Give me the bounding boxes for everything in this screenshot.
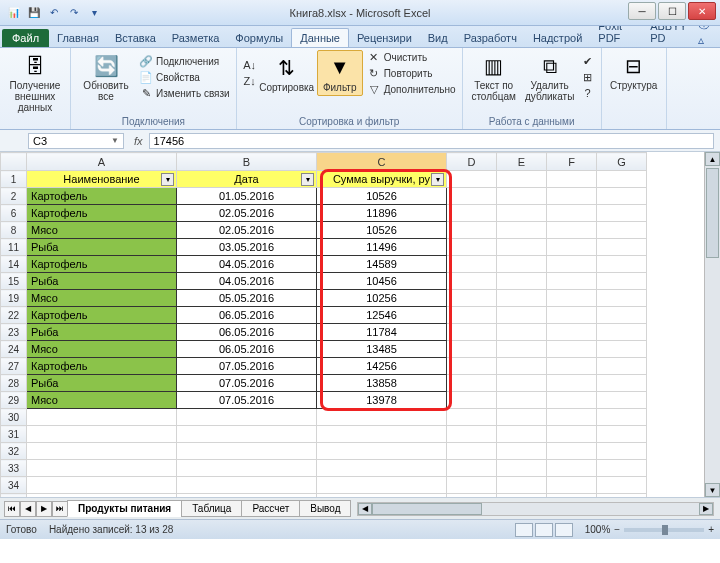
row-header-2[interactable]: 2	[1, 188, 27, 205]
cell-revenue[interactable]: 13858	[317, 375, 447, 392]
cell-revenue[interactable]: 10526	[317, 222, 447, 239]
filter-button[interactable]: ▼ Фильтр	[317, 50, 363, 96]
consolidate-button[interactable]: ⊞	[581, 70, 595, 84]
row-header-29[interactable]: 29	[1, 392, 27, 409]
connections-button[interactable]: 🔗Подключения	[139, 54, 230, 68]
sheet-nav-prev[interactable]: ◀	[20, 501, 36, 517]
row-header-34[interactable]: 34	[1, 477, 27, 494]
save-icon[interactable]: 💾	[26, 5, 42, 21]
cell-date[interactable]: 06.05.2016	[177, 324, 317, 341]
row-header-8[interactable]: 8	[1, 222, 27, 239]
cell-name[interactable]: Мясо	[27, 392, 177, 409]
row-header-1[interactable]: 1	[1, 171, 27, 188]
sort-za-button[interactable]: Z↓	[243, 74, 257, 88]
formula-input[interactable]: 17456	[149, 133, 714, 149]
cell-date[interactable]: 06.05.2016	[177, 341, 317, 358]
sheet-nav-next[interactable]: ▶	[36, 501, 52, 517]
scroll-left-icon[interactable]: ◀	[358, 503, 372, 515]
sheet-tab[interactable]: Вывод	[299, 500, 351, 517]
scroll-right-icon[interactable]: ▶	[699, 503, 713, 515]
advanced-filter-button[interactable]: ▽Дополнительно	[367, 82, 456, 96]
fx-icon[interactable]: fx	[128, 135, 149, 147]
cell-date[interactable]: 05.05.2016	[177, 290, 317, 307]
row-header-32[interactable]: 32	[1, 443, 27, 460]
scroll-down-icon[interactable]: ▼	[705, 483, 720, 497]
redo-icon[interactable]: ↷	[66, 5, 82, 21]
zoom-out-button[interactable]: −	[614, 524, 620, 535]
edit-links-button[interactable]: ✎Изменить связи	[139, 86, 230, 100]
sheet-nav-last[interactable]: ⏭	[52, 501, 68, 517]
cell-name[interactable]: Рыба	[27, 324, 177, 341]
header-revenue[interactable]: Сумма выручки, ру▾	[317, 171, 447, 188]
cell-date[interactable]: 02.05.2016	[177, 205, 317, 222]
worksheet-grid[interactable]: ABCDEFG1 Наименование▾ Дата▾ Сумма выруч…	[0, 152, 720, 497]
col-header-C[interactable]: C	[317, 153, 447, 171]
cell-date[interactable]: 06.05.2016	[177, 307, 317, 324]
tab-вид[interactable]: Вид	[420, 29, 456, 47]
zoom-level[interactable]: 100%	[585, 524, 611, 535]
cell-name[interactable]: Картофель	[27, 307, 177, 324]
clear-filter-button[interactable]: ✕Очистить	[367, 50, 456, 64]
sort-button[interactable]: ⇅ Сортировка	[261, 50, 313, 96]
hscroll-thumb[interactable]	[372, 503, 482, 515]
chevron-down-icon[interactable]: ▼	[111, 136, 119, 145]
filter-dropdown-icon[interactable]: ▾	[431, 173, 444, 186]
col-header-E[interactable]: E	[497, 153, 547, 171]
row-header-6[interactable]: 6	[1, 205, 27, 222]
cell-name[interactable]: Мясо	[27, 222, 177, 239]
filter-dropdown-icon[interactable]: ▾	[161, 173, 174, 186]
undo-icon[interactable]: ↶	[46, 5, 62, 21]
cell-date[interactable]: 07.05.2016	[177, 375, 317, 392]
cell-date[interactable]: 07.05.2016	[177, 392, 317, 409]
cell-revenue[interactable]: 10526	[317, 188, 447, 205]
sort-az-button[interactable]: A↓	[243, 58, 257, 72]
maximize-button[interactable]: ☐	[658, 2, 686, 20]
row-header-31[interactable]: 31	[1, 426, 27, 443]
tab-формулы[interactable]: Формулы	[227, 29, 291, 47]
tab-надстрой[interactable]: Надстрой	[525, 29, 590, 47]
validation-button[interactable]: ✔	[581, 54, 595, 68]
scroll-thumb[interactable]	[706, 168, 719, 258]
cell-name[interactable]: Картофель	[27, 358, 177, 375]
sheet-nav-first[interactable]: ⏮	[4, 501, 20, 517]
row-header-22[interactable]: 22	[1, 307, 27, 324]
close-button[interactable]: ✕	[688, 2, 716, 20]
tab-разработч[interactable]: Разработч	[456, 29, 525, 47]
cell-revenue[interactable]: 13978	[317, 392, 447, 409]
cell-date[interactable]: 02.05.2016	[177, 222, 317, 239]
cell-name[interactable]: Рыба	[27, 273, 177, 290]
header-name[interactable]: Наименование▾	[27, 171, 177, 188]
view-normal-button[interactable]	[515, 523, 533, 537]
cell-date[interactable]: 03.05.2016	[177, 239, 317, 256]
row-header-35[interactable]: 35	[1, 494, 27, 498]
name-box[interactable]: C3▼	[28, 133, 124, 149]
row-header-15[interactable]: 15	[1, 273, 27, 290]
cell-revenue[interactable]: 14589	[317, 256, 447, 273]
cell-revenue[interactable]: 10456	[317, 273, 447, 290]
view-layout-button[interactable]	[535, 523, 553, 537]
row-header-30[interactable]: 30	[1, 409, 27, 426]
view-pagebreak-button[interactable]	[555, 523, 573, 537]
cell-name[interactable]: Мясо	[27, 341, 177, 358]
refresh-all-button[interactable]: 🔄 Обновить все	[77, 50, 135, 104]
cell-date[interactable]: 07.05.2016	[177, 358, 317, 375]
cell-name[interactable]: Рыба	[27, 375, 177, 392]
tab-данные[interactable]: Данные	[291, 28, 349, 47]
cell-date[interactable]: 04.05.2016	[177, 273, 317, 290]
properties-button[interactable]: 📄Свойства	[139, 70, 230, 84]
cell-date[interactable]: 04.05.2016	[177, 256, 317, 273]
row-header-19[interactable]: 19	[1, 290, 27, 307]
zoom-slider[interactable]	[624, 528, 704, 532]
row-header-33[interactable]: 33	[1, 460, 27, 477]
cell-revenue[interactable]: 11496	[317, 239, 447, 256]
cell-revenue[interactable]: 13485	[317, 341, 447, 358]
tab-разметка[interactable]: Разметка	[164, 29, 228, 47]
text-to-columns-button[interactable]: ▥ Текст по столбцам	[469, 50, 519, 104]
cell-name[interactable]: Мясо	[27, 290, 177, 307]
col-header-G[interactable]: G	[597, 153, 647, 171]
horizontal-scrollbar[interactable]: ◀ ▶	[357, 502, 714, 516]
sheet-tab[interactable]: Рассчет	[241, 500, 300, 517]
col-header-F[interactable]: F	[547, 153, 597, 171]
row-header-27[interactable]: 27	[1, 358, 27, 375]
tab-рецензири[interactable]: Рецензири	[349, 29, 420, 47]
